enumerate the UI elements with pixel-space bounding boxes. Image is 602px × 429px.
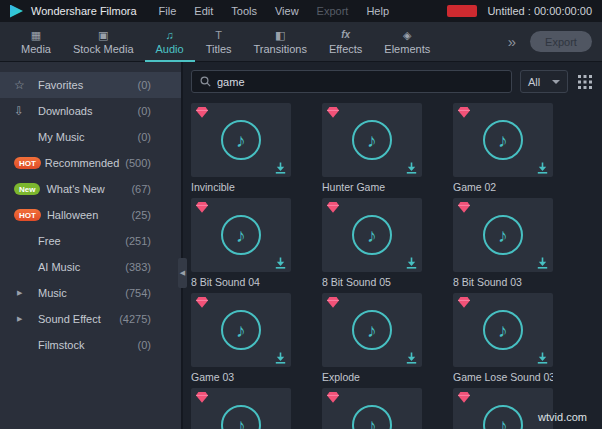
menu-tools[interactable]: Tools xyxy=(231,5,257,17)
menu-bar: FileEditToolsViewExportHelp xyxy=(159,5,389,17)
premium-gem-icon xyxy=(196,297,208,308)
premium-gem-icon xyxy=(327,392,339,403)
audio-thumbnail[interactable]: ♪ xyxy=(322,198,422,272)
download-button[interactable] xyxy=(275,162,286,174)
audio-thumbnail[interactable]: ♪ xyxy=(322,103,422,177)
item-count: (25) xyxy=(131,209,151,221)
effects-icon: fx xyxy=(341,29,350,42)
audio-thumbnail[interactable]: ♪ xyxy=(453,198,553,272)
audio-card: ♪ Explode xyxy=(322,293,422,384)
sidebar-item-halloween[interactable]: HOT Halloween (25) xyxy=(0,202,181,228)
audio-card: ♪ Hunter Game xyxy=(322,103,422,194)
sidebar-list: ☆ Favorites (0) ⇩ Downloads (0) My Music… xyxy=(0,62,183,429)
search-input[interactable] xyxy=(217,76,503,88)
audio-note-icon: ♪ xyxy=(352,405,392,429)
filter-value: All xyxy=(528,76,540,88)
audio-card-title: 8 Bit Sound 05 xyxy=(322,275,422,289)
audio-icon: ♫ xyxy=(165,29,173,42)
tab-audio[interactable]: ♫ Audio xyxy=(145,22,195,62)
menu-edit[interactable]: Edit xyxy=(194,5,213,17)
download-button[interactable] xyxy=(275,257,286,269)
grid-view-button[interactable] xyxy=(576,73,594,91)
audio-card: ♪ 8 Bit Sound 05 xyxy=(322,198,422,289)
audio-note-icon: ♪ xyxy=(221,215,261,255)
transitions-icon: ◧ xyxy=(275,29,285,42)
item-count: (500) xyxy=(125,157,151,169)
hot-badge: HOT xyxy=(14,157,41,169)
export-button[interactable]: Export xyxy=(530,31,592,52)
hot-badge: HOT xyxy=(14,209,41,221)
audio-thumbnail[interactable]: ♪ xyxy=(322,293,422,367)
sidebar-item-label: AI Music xyxy=(38,261,80,273)
sidebar-item-downloads[interactable]: ⇩ Downloads (0) xyxy=(0,98,181,124)
download-button[interactable] xyxy=(406,162,417,174)
audio-grid: ♪ Invincible ♪ Hunter Game xyxy=(191,103,594,429)
sidebar-item-label: Recommended xyxy=(45,157,120,169)
audio-thumbnail[interactable]: ♪ xyxy=(191,388,291,429)
menu-export[interactable]: Export xyxy=(317,5,349,17)
sidebar-item-music[interactable]: ▶ Music (754) xyxy=(0,280,181,306)
audio-thumbnail[interactable]: ♪ xyxy=(322,388,422,429)
audio-thumbnail[interactable]: ♪ xyxy=(453,103,553,177)
elements-icon: ◈ xyxy=(403,29,411,42)
sidebar-collapse-handle[interactable]: ◀ xyxy=(178,258,187,288)
sidebar-item-sound-effect[interactable]: ▶ Sound Effect (4275) xyxy=(0,306,181,332)
sidebar-item-label: Filmstock xyxy=(38,339,84,351)
item-count: (4275) xyxy=(119,313,151,325)
grid-view-icon xyxy=(578,75,592,89)
item-icon-slot: HOT xyxy=(14,209,41,221)
tab-effects[interactable]: fx Effects xyxy=(318,22,373,62)
audio-thumbnail[interactable]: ♪ xyxy=(453,293,553,367)
search-row: All xyxy=(191,70,594,93)
download-icon: ⇩ xyxy=(14,105,24,117)
item-count: (0) xyxy=(138,79,151,91)
tab-bar: ▦ Media ▣ Stock Media ♫ Audio T Titles ◧… xyxy=(10,22,441,62)
download-button[interactable] xyxy=(537,352,548,364)
audio-thumbnail[interactable]: ♪ xyxy=(191,293,291,367)
sidebar-item-my-music[interactable]: My Music (0) xyxy=(0,124,181,150)
red-button[interactable] xyxy=(447,5,477,17)
star-icon: ☆ xyxy=(14,79,25,91)
titlebar: Wondershare Filmora FileEditToolsViewExp… xyxy=(0,0,602,22)
audio-thumbnail[interactable]: ♪ xyxy=(191,103,291,177)
premium-gem-icon xyxy=(196,392,208,403)
item-icon-slot: New xyxy=(14,183,40,195)
download-button[interactable] xyxy=(406,352,417,364)
main-panel: All ♪ xyxy=(183,62,602,429)
sidebar-item-free[interactable]: Free (251) xyxy=(0,228,181,254)
download-button[interactable] xyxy=(275,352,286,364)
more-tabs-button[interactable]: » xyxy=(498,22,526,62)
sidebar-item-what-s-new[interactable]: New What's New (67) xyxy=(0,176,181,202)
audio-thumbnail[interactable]: ♪ xyxy=(191,198,291,272)
tab-elements[interactable]: ◈ Elements xyxy=(373,22,441,62)
content: ☆ Favorites (0) ⇩ Downloads (0) My Music… xyxy=(0,62,602,429)
menu-help[interactable]: Help xyxy=(366,5,389,17)
tab-media[interactable]: ▦ Media xyxy=(10,22,62,62)
tab-stock-media[interactable]: ▣ Stock Media xyxy=(62,22,145,62)
sidebar-item-ai-music[interactable]: AI Music (383) xyxy=(0,254,181,280)
item-icon-slot: HOT xyxy=(14,157,39,169)
menu-file[interactable]: File xyxy=(159,5,177,17)
sidebar-item-label: What's New xyxy=(46,183,104,195)
sidebar-item-favorites[interactable]: ☆ Favorites (0) xyxy=(0,72,181,98)
search-icon xyxy=(200,76,211,87)
audio-card-title: Hunter Game xyxy=(322,180,422,194)
sidebar-item-recommended[interactable]: HOT Recommended (500) xyxy=(0,150,181,176)
filter-dropdown[interactable]: All xyxy=(520,70,568,93)
watermark: wtvid.com xyxy=(538,411,587,423)
item-count: (0) xyxy=(138,339,151,351)
menu-view[interactable]: View xyxy=(275,5,299,17)
tab-transitions[interactable]: ◧ Transitions xyxy=(243,22,318,62)
expand-arrow-icon[interactable]: ▶ xyxy=(17,315,22,323)
expand-arrow-icon[interactable]: ▶ xyxy=(17,289,22,297)
stock-media-icon: ▣ xyxy=(98,29,108,42)
sidebar-item-filmstock[interactable]: Filmstock (0) xyxy=(0,332,181,358)
tab-titles[interactable]: T Titles xyxy=(195,22,243,62)
audio-note-icon: ♪ xyxy=(483,120,523,160)
audio-card: ♪ Game Lose Sound 03 xyxy=(453,293,553,384)
download-button[interactable] xyxy=(537,257,548,269)
download-button[interactable] xyxy=(406,257,417,269)
audio-note-icon: ♪ xyxy=(221,405,261,429)
filmora-logo-icon xyxy=(10,5,23,18)
download-button[interactable] xyxy=(537,162,548,174)
